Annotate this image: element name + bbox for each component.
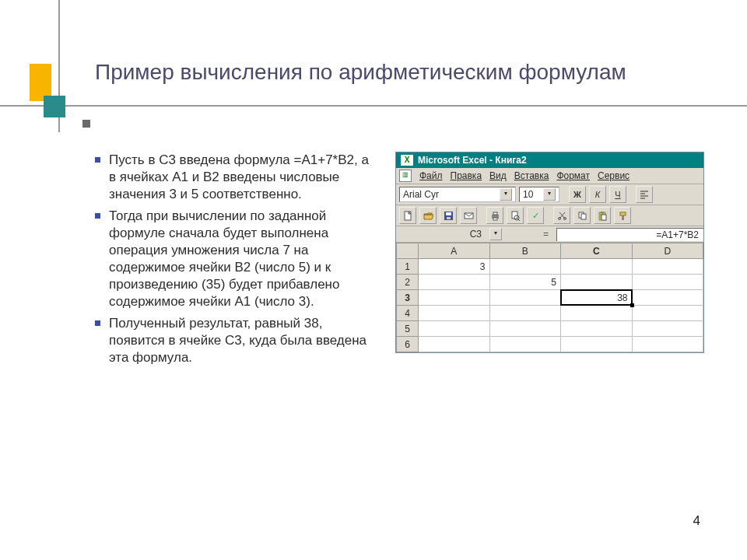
bullet-item: Полученный результат, равный 38, появитс… (95, 315, 375, 366)
bullet-item: Тогда при вычислении по заданной формуле… (95, 208, 375, 310)
row-header-3[interactable]: 3 (397, 290, 419, 306)
column-header-row: A B C D (397, 243, 703, 259)
menu-service-label: Сервис (598, 170, 630, 181)
svg-rect-2 (446, 212, 451, 215)
cell-a2[interactable] (419, 275, 490, 290)
cell-b4[interactable] (489, 306, 561, 321)
cell-b2[interactable]: 5 (489, 275, 561, 290)
menu-file[interactable]: Файл (419, 170, 443, 181)
cell-c6[interactable] (561, 337, 633, 352)
col-header-d[interactable]: D (632, 243, 703, 259)
mail-button[interactable] (460, 207, 477, 224)
worksheet-grid: A B C D 1 3 2 5 3 (396, 243, 703, 352)
svg-rect-19 (622, 215, 624, 220)
svg-line-10 (518, 219, 520, 221)
dropdown-icon: ▾ (543, 188, 556, 201)
paste-button[interactable] (594, 207, 611, 224)
col-header-b[interactable]: B (489, 243, 561, 259)
col-header-c[interactable]: C (561, 243, 633, 259)
preview-button[interactable] (507, 207, 524, 224)
cell-a3[interactable] (419, 290, 490, 306)
menu-insert[interactable]: Вставка (514, 170, 549, 181)
print-button[interactable] (486, 207, 503, 224)
cell-b5[interactable] (489, 321, 561, 337)
menu-edit[interactable]: Правка (451, 170, 482, 181)
row-header-2[interactable]: 2 (397, 275, 419, 290)
row-header-4[interactable]: 4 (397, 306, 419, 321)
col-header-a[interactable]: A (419, 243, 490, 259)
cell-c3-active[interactable]: 38 (561, 290, 633, 306)
menubar: ▥ Файл Правка Вид Вставка Формат Сервис (396, 168, 703, 184)
open-folder-icon (423, 211, 433, 221)
mail-icon (464, 211, 474, 221)
bullet-item: Пусть в С3 введена формула =А1+7*В2, а в… (95, 152, 375, 203)
cell-c4[interactable] (561, 306, 633, 321)
menu-edit-label: Правка (451, 170, 482, 181)
row-1: 1 3 (397, 259, 703, 275)
font-size-value: 10 (523, 188, 533, 201)
cell-a4[interactable] (419, 306, 490, 321)
brush-icon (618, 211, 628, 221)
cell-a6[interactable] (419, 337, 490, 352)
spellcheck-button[interactable]: ✓ (527, 207, 544, 224)
align-left-button[interactable] (636, 186, 653, 203)
row-header-5[interactable]: 5 (397, 321, 419, 337)
menu-insert-label: Вставка (514, 170, 549, 181)
cell-d1[interactable] (632, 259, 703, 275)
copy-button[interactable] (573, 207, 591, 224)
svg-rect-18 (620, 212, 626, 215)
select-all-corner[interactable] (397, 243, 419, 259)
cell-b3[interactable] (489, 290, 561, 306)
svg-rect-6 (493, 212, 497, 215)
cell-c5[interactable] (561, 321, 633, 337)
document-icon[interactable]: ▥ (399, 170, 412, 182)
italic-button[interactable]: К (589, 186, 606, 203)
decorative-square-teal (44, 96, 65, 117)
cell-b1[interactable] (489, 259, 561, 275)
row-3: 3 38 (397, 290, 703, 306)
cell-d6[interactable] (632, 337, 703, 352)
page-number: 4 (693, 513, 700, 529)
excel-window: X Microsoft Excel - Книга2 ▥ Файл Правка… (395, 152, 704, 353)
bullet-text: Тогда при вычислении по заданной формуле… (109, 208, 375, 310)
open-button[interactable] (419, 207, 437, 224)
name-box[interactable]: C3 ▾ (396, 228, 502, 240)
window-title: Microsoft Excel - Книга2 (418, 155, 527, 166)
cell-d4[interactable] (632, 306, 703, 321)
cell-a5[interactable] (419, 321, 490, 337)
preview-icon (510, 211, 521, 221)
formula-input[interactable]: =A1+7*B2 (556, 228, 703, 241)
decorative-horizontal-line (0, 105, 747, 107)
cell-d2[interactable] (632, 275, 703, 290)
titlebar: X Microsoft Excel - Книга2 (396, 152, 703, 168)
formatting-toolbar: Arial Cyr ▾ 10 ▾ Ж К Ч (396, 184, 703, 205)
align-left-icon (640, 190, 649, 199)
save-button[interactable] (440, 207, 457, 224)
menu-view[interactable]: Вид (489, 170, 507, 181)
svg-rect-7 (493, 218, 497, 220)
cell-c2[interactable] (561, 275, 633, 290)
menu-format[interactable]: Формат (556, 170, 590, 181)
slide-title: Пример вычисления по арифметическим форм… (95, 59, 694, 86)
bold-button[interactable]: Ж (569, 186, 586, 203)
cell-c1[interactable] (561, 259, 633, 275)
row-header-6[interactable]: 6 (397, 337, 419, 352)
cell-d3[interactable] (632, 290, 703, 306)
font-name-combo[interactable]: Arial Cyr ▾ (399, 187, 516, 202)
print-icon (490, 211, 500, 221)
svg-rect-16 (601, 212, 604, 213)
cell-b6[interactable] (489, 337, 561, 352)
name-box-value: C3 (470, 229, 482, 240)
decorative-square-small (82, 120, 90, 128)
row-header-1[interactable]: 1 (397, 259, 419, 275)
new-button[interactable] (399, 207, 416, 224)
row-6: 6 (397, 337, 703, 352)
cell-a1[interactable]: 3 (419, 259, 490, 275)
format-painter-button[interactable] (614, 207, 631, 224)
menu-service[interactable]: Сервис (598, 170, 630, 181)
underline-button[interactable]: Ч (609, 186, 626, 203)
dropdown-icon: ▾ (500, 188, 512, 201)
cut-button[interactable] (553, 207, 570, 224)
cell-d5[interactable] (632, 321, 703, 337)
font-size-combo[interactable]: 10 ▾ (519, 187, 559, 202)
